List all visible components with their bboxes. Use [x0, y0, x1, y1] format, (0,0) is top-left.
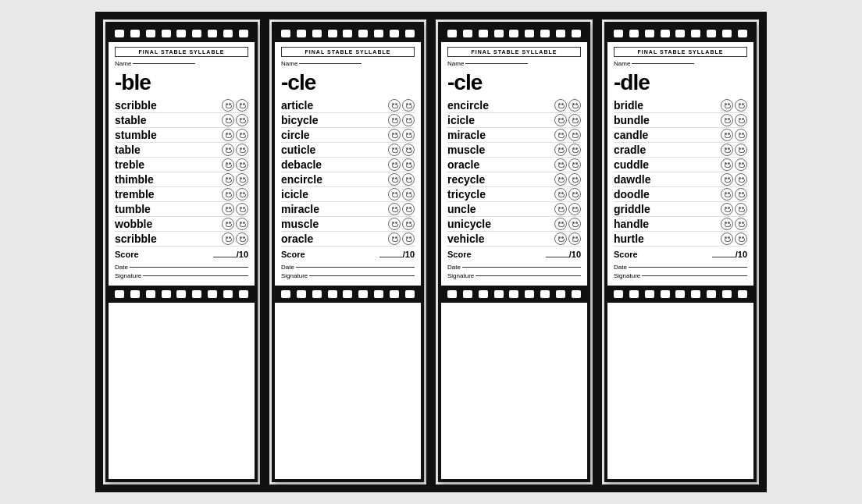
- smiley-face: [402, 188, 415, 201]
- smiley-face: [735, 232, 747, 245]
- smiley-face: [222, 203, 234, 215]
- smiley-face: [735, 188, 747, 201]
- list-item: vehicle: [447, 232, 581, 247]
- word-text: hurtle: [614, 232, 676, 245]
- name-line: Name: [614, 60, 747, 67]
- list-item: article: [281, 98, 415, 113]
- list-item: thimble: [115, 172, 248, 187]
- word-text: icicle: [447, 114, 510, 126]
- list-item: oracle: [447, 158, 581, 172]
- smiley-face: [402, 218, 415, 230]
- word-text: uncle: [447, 203, 510, 215]
- smiley-face: [568, 144, 581, 156]
- smiley-face: [236, 188, 248, 201]
- list-item: cuticle: [281, 143, 415, 158]
- sig-line: Signature: [115, 272, 248, 279]
- score-value: /10: [546, 250, 581, 259]
- syllable-heading: -cle: [447, 70, 581, 95]
- word-text: unicycle: [447, 218, 510, 230]
- list-item: dawdle: [614, 172, 747, 187]
- score-value: /10: [379, 250, 415, 259]
- smiley-face: [402, 232, 415, 245]
- smiley-face: [222, 188, 234, 201]
- word-text: doodle: [614, 188, 676, 201]
- list-item: circle: [281, 128, 415, 143]
- smiley-face: [721, 218, 733, 230]
- smiley-face: [222, 144, 234, 156]
- smiley-face: [721, 129, 733, 141]
- smiley-face: [735, 158, 747, 171]
- word-text: tumble: [115, 203, 177, 215]
- smiley-face: [554, 188, 567, 201]
- smiley-face: [554, 158, 567, 171]
- smiley-face: [388, 173, 401, 186]
- smiley-face: [388, 232, 401, 245]
- word-text: circle: [281, 129, 344, 141]
- smiley-face: [568, 232, 581, 245]
- list-item: debacle: [281, 158, 415, 172]
- word-text: debacle: [281, 158, 344, 171]
- card-ble: FINAL STABLE SYLLABLEName-blescribblesta…: [105, 22, 258, 482]
- word-list: scribblestablestumbletabletreblethimblet…: [115, 98, 248, 247]
- word-text: table: [115, 144, 177, 156]
- word-text: bundle: [614, 114, 676, 126]
- list-item: oracle: [281, 232, 415, 247]
- name-line: Name: [115, 60, 248, 67]
- smiley-face: [721, 144, 733, 156]
- smiley-face: [554, 129, 567, 141]
- smiley-face: [402, 144, 415, 156]
- list-item: stable: [115, 113, 248, 128]
- date-sig-area: Date Signature: [281, 264, 415, 279]
- score-line: Score/10: [281, 250, 415, 259]
- card-title-bar: FINAL STABLE SYLLABLE: [115, 47, 248, 57]
- word-text: encircle: [447, 99, 510, 112]
- smiley-face: [568, 129, 581, 141]
- word-text: dawdle: [614, 173, 676, 186]
- smiley-face: [388, 203, 401, 215]
- smiley-face: [236, 218, 248, 230]
- list-item: hurtle: [614, 232, 747, 247]
- word-text: candle: [614, 129, 676, 141]
- word-list: articlebicyclecirclecuticledebacleencirc…: [281, 98, 415, 247]
- smiley-face: [554, 173, 567, 186]
- score-line: Score/10: [115, 250, 248, 259]
- date-sig-area: Date Signature: [115, 264, 248, 279]
- list-item: wobble: [115, 217, 248, 232]
- smiley-face: [222, 173, 234, 186]
- smiley-face: [222, 99, 234, 112]
- list-item: unicycle: [447, 217, 581, 232]
- smiley-face: [402, 173, 415, 186]
- score-line: Score/10: [614, 250, 747, 259]
- list-item: uncle: [447, 202, 581, 217]
- word-text: scribble: [115, 232, 177, 245]
- word-text: tricycle: [447, 188, 510, 201]
- smiley-face: [721, 232, 733, 245]
- score-label: Score: [447, 250, 472, 259]
- score-label: Score: [281, 250, 305, 259]
- smiley-face: [554, 203, 567, 215]
- smiley-face: [222, 232, 234, 245]
- smiley-face: [568, 218, 581, 230]
- word-text: miracle: [281, 203, 344, 215]
- smiley-face: [735, 173, 747, 186]
- smiley-face: [236, 99, 248, 112]
- word-text: cuddle: [614, 158, 676, 171]
- list-item: candle: [614, 128, 747, 143]
- word-text: cuticle: [281, 144, 344, 156]
- word-list: bridlebundlecandlecradlecuddledawdledood…: [614, 98, 747, 247]
- word-text: griddle: [614, 203, 676, 215]
- word-text: wobble: [115, 218, 177, 230]
- smiley-face: [735, 203, 747, 215]
- word-text: treble: [115, 158, 177, 171]
- word-text: stable: [115, 114, 177, 126]
- list-item: icicle: [447, 113, 581, 128]
- list-item: cradle: [614, 143, 747, 158]
- date-line: Date: [115, 264, 248, 271]
- list-item: bicycle: [281, 113, 415, 128]
- smiley-face: [568, 188, 581, 201]
- smiley-face: [222, 158, 234, 171]
- word-text: bridle: [614, 99, 676, 112]
- smiley-face: [388, 99, 401, 112]
- list-item: bridle: [614, 98, 747, 113]
- smiley-face: [222, 218, 234, 230]
